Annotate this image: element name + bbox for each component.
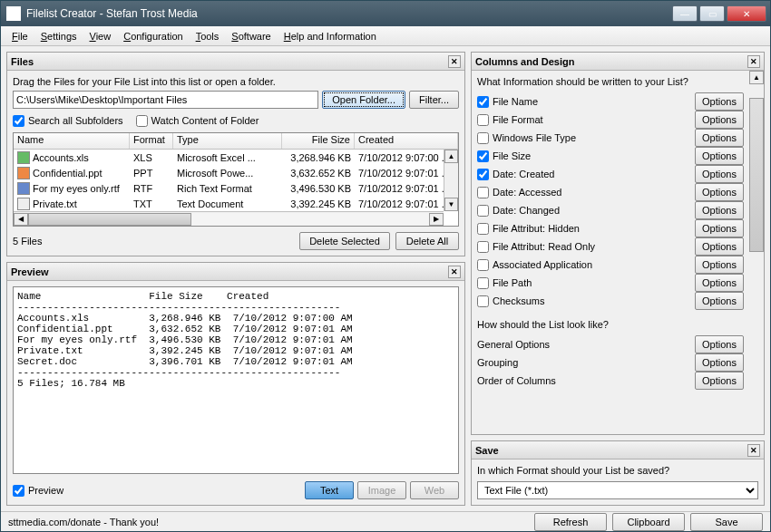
cell-created: 7/10/2012 9:07:00 ... (355, 152, 458, 163)
options-button[interactable]: Options (695, 219, 744, 237)
options-button[interactable]: Options (695, 256, 744, 274)
preview-checkbox[interactable] (13, 485, 24, 497)
table-row[interactable]: For my eyes only.rtfRTFRich Text Format3… (14, 180, 458, 196)
minimize-button[interactable]: — (672, 5, 698, 22)
cell-format: PPT (130, 168, 173, 179)
option-label: File Attribut: Read Only (493, 241, 691, 252)
options-button[interactable]: Options (695, 292, 744, 310)
cell-format: TXT (130, 198, 173, 209)
save-button[interactable]: Save (690, 513, 763, 531)
maximize-button[interactable]: ▭ (699, 5, 725, 22)
refresh-button[interactable]: Refresh (534, 513, 607, 531)
folder-path-input[interactable] (13, 91, 318, 109)
table-row[interactable]: Confidential.pptPPTMicrosoft Powe...3,63… (14, 165, 458, 180)
save-title: Save (475, 445, 499, 456)
menu-software[interactable]: Software (226, 29, 276, 44)
option-checkbox[interactable] (477, 187, 489, 198)
cell-size: 3,496.530 KB (282, 183, 355, 194)
options-button[interactable]: Options (695, 237, 744, 256)
cell-size: 3,268.946 KB (282, 152, 355, 163)
menu-help[interactable]: Help and Information (278, 29, 382, 44)
save-format-select[interactable]: Text File (*.txt) (477, 481, 758, 499)
options-button[interactable]: Options (695, 147, 744, 165)
design-panel: Columns and Design ✕ What Information sh… (471, 52, 765, 435)
preview-web-button[interactable]: Web (410, 481, 459, 499)
delete-selected-button[interactable]: Delete Selected (299, 232, 390, 250)
menu-settings[interactable]: Settings (35, 29, 83, 44)
file-icon (17, 182, 30, 195)
cell-format: RTF (130, 183, 173, 194)
titlebar[interactable]: Filelist Creator - Stefan Trost Media — … (1, 1, 770, 26)
watch-folder-checkbox[interactable] (136, 115, 148, 127)
option-checkbox[interactable] (477, 259, 489, 271)
file-icon (17, 167, 30, 179)
col-created[interactable]: Created (355, 133, 458, 149)
option-checkbox[interactable] (477, 295, 489, 307)
files-hscroll[interactable]: ◀ ▶ (14, 211, 444, 226)
files-table[interactable]: Name Format Type File Size Created Accou… (13, 132, 459, 227)
files-close-icon[interactable]: ✕ (448, 55, 461, 68)
open-folder-button[interactable]: Open Folder... (322, 91, 405, 109)
menu-configuration[interactable]: Configuration (118, 29, 188, 44)
extra-label: Grouping (477, 357, 691, 368)
preview-image-button[interactable]: Image (357, 481, 406, 499)
options-button[interactable]: Options (695, 274, 744, 292)
preview-close-icon[interactable]: ✕ (448, 266, 461, 278)
preview-panel: Preview ✕ Name File Size Created -------… (6, 262, 465, 506)
option-checkbox[interactable] (477, 96, 489, 108)
design-close-icon[interactable]: ✕ (747, 55, 760, 68)
option-checkbox[interactable] (477, 205, 489, 217)
preview-textarea[interactable]: Name File Size Created -----------------… (13, 286, 459, 474)
clipboard-button[interactable]: Clipboard (612, 513, 685, 531)
menu-file[interactable]: File (6, 29, 34, 44)
files-vscroll[interactable]: ▲ ▼ (444, 150, 458, 211)
cell-name: Private.txt (33, 198, 77, 209)
option-checkbox[interactable] (477, 150, 489, 162)
design-vscroll[interactable]: ▲ (749, 71, 764, 434)
status-text: sttmedia.com/donate - Thank you! (8, 517, 529, 527)
option-label: Date: Accessed (493, 187, 691, 198)
app-icon (6, 6, 21, 21)
preview-text-button[interactable]: Text (305, 481, 354, 499)
options-button[interactable]: Options (695, 372, 744, 390)
search-subfolders-checkbox[interactable] (13, 115, 24, 127)
option-checkbox[interactable] (477, 169, 489, 180)
option-checkbox[interactable] (477, 277, 489, 289)
options-button[interactable]: Options (695, 183, 744, 201)
preview-checkbox-label: Preview (28, 485, 63, 496)
preview-title: Preview (11, 266, 49, 277)
option-checkbox[interactable] (477, 114, 489, 126)
files-panel: Files ✕ Drag the Files for your File Lis… (6, 52, 465, 256)
extra-label: General Options (477, 339, 691, 350)
close-button[interactable]: ✕ (727, 5, 766, 22)
option-checkbox[interactable] (477, 223, 489, 235)
option-label: File Size (493, 150, 691, 161)
cell-size: 3,392.245 KB (282, 198, 355, 209)
options-button[interactable]: Options (695, 165, 744, 183)
menu-tools[interactable]: Tools (190, 29, 225, 44)
option-label: File Name (493, 96, 691, 107)
options-button[interactable]: Options (695, 201, 744, 219)
save-close-icon[interactable]: ✕ (747, 444, 760, 457)
delete-all-button[interactable]: Delete All (395, 232, 459, 250)
option-checkbox[interactable] (477, 132, 489, 144)
option-checkbox[interactable] (477, 241, 489, 253)
options-button[interactable]: Options (695, 353, 744, 372)
cell-name: Accounts.xls (33, 152, 89, 163)
options-button[interactable]: Options (695, 111, 744, 129)
options-button[interactable]: Options (695, 335, 744, 353)
cell-type: Text Document (173, 198, 282, 209)
search-subfolders-label: Search all Subfolders (28, 115, 123, 126)
col-format[interactable]: Format (130, 133, 173, 149)
file-icon (17, 198, 30, 210)
col-name[interactable]: Name (14, 133, 130, 149)
options-button[interactable]: Options (695, 92, 744, 111)
options-button[interactable]: Options (695, 129, 744, 147)
filter-button[interactable]: Filter... (409, 91, 459, 109)
table-row[interactable]: Accounts.xlsXLSMicrosoft Excel ...3,268.… (14, 150, 458, 165)
col-size[interactable]: File Size (282, 133, 355, 149)
option-label: File Attribut: Hidden (493, 223, 691, 234)
table-row[interactable]: Private.txtTXTText Document3,392.245 KB7… (14, 196, 458, 211)
col-type[interactable]: Type (173, 133, 282, 149)
menu-view[interactable]: View (84, 29, 117, 44)
